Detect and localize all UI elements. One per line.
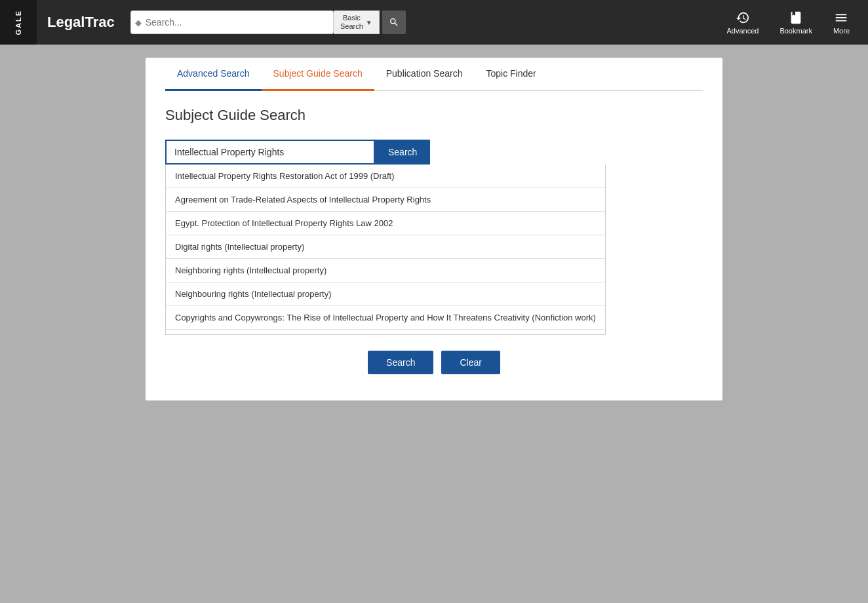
list-item[interactable]: Intellectual Property Rights Restoration… (166, 165, 605, 188)
top-search-container: ◆ (130, 10, 334, 34)
results-list: Intellectual Property Rights Restoration… (165, 165, 606, 335)
bookmark-label: Bookmark (779, 27, 812, 35)
list-item[interactable]: Egypt. Protection of Intellectual Proper… (166, 212, 605, 235)
gale-logo: GALE (0, 0, 37, 45)
search-type-button[interactable]: BasicSearch ▼ (334, 10, 380, 34)
bookmark-button[interactable]: Bookmark (772, 8, 820, 37)
bottom-clear-button[interactable]: Clear (441, 351, 500, 374)
history-icon (736, 10, 750, 25)
nav-actions: Advanced Bookmark More (719, 8, 858, 37)
top-navigation: GALE LegalTrac ◆ BasicSearch ▼ Advanced (0, 0, 868, 45)
subject-search-row: Search (165, 140, 703, 165)
search-prefix-icon: ◆ (135, 18, 142, 28)
list-item[interactable]: Neighboring rights (Intellectual propert… (166, 259, 605, 282)
top-search-wrapper: ◆ BasicSearch ▼ (130, 10, 406, 34)
top-search-submit-button[interactable] (382, 10, 406, 34)
list-item[interactable]: Intellectual property (166, 330, 605, 335)
content-panel: Advanced Search Subject Guide Search Pub… (146, 58, 722, 400)
app-title: LegalTrac (47, 14, 115, 31)
tab-advanced-search[interactable]: Advanced Search (165, 58, 262, 91)
page-title: Subject Guide Search (165, 107, 703, 124)
advanced-button[interactable]: Advanced (719, 8, 766, 37)
list-item[interactable]: Digital rights (Intellectual property) (166, 235, 605, 259)
more-label: More (833, 27, 850, 35)
search-type-label: BasicSearch (340, 14, 363, 31)
bookmark-icon (789, 10, 803, 25)
tab-subject-guide-search[interactable]: Subject Guide Search (262, 58, 374, 91)
bottom-actions: Search Clear (165, 351, 703, 374)
gale-logo-text: GALE (14, 10, 22, 35)
list-item[interactable]: Neighbouring rights (Intellectual proper… (166, 282, 605, 306)
list-item[interactable]: Copyrights and Copywrongs: The Rise of I… (166, 306, 605, 330)
main-container: Advanced Search Subject Guide Search Pub… (0, 45, 868, 414)
tab-publication-search[interactable]: Publication Search (374, 58, 475, 91)
top-search-input[interactable] (146, 17, 329, 28)
subject-search-button[interactable]: Search (375, 140, 430, 165)
menu-icon (834, 10, 848, 25)
advanced-label: Advanced (726, 27, 759, 35)
magnify-icon (389, 17, 399, 28)
subject-search-input[interactable] (165, 140, 375, 165)
tab-bar: Advanced Search Subject Guide Search Pub… (165, 58, 703, 91)
bottom-search-button[interactable]: Search (368, 351, 433, 374)
tab-topic-finder[interactable]: Topic Finder (474, 58, 547, 91)
more-button[interactable]: More (825, 8, 858, 37)
list-item[interactable]: Agreement on Trade-Related Aspects of In… (166, 188, 605, 212)
chevron-down-icon: ▼ (366, 19, 372, 26)
